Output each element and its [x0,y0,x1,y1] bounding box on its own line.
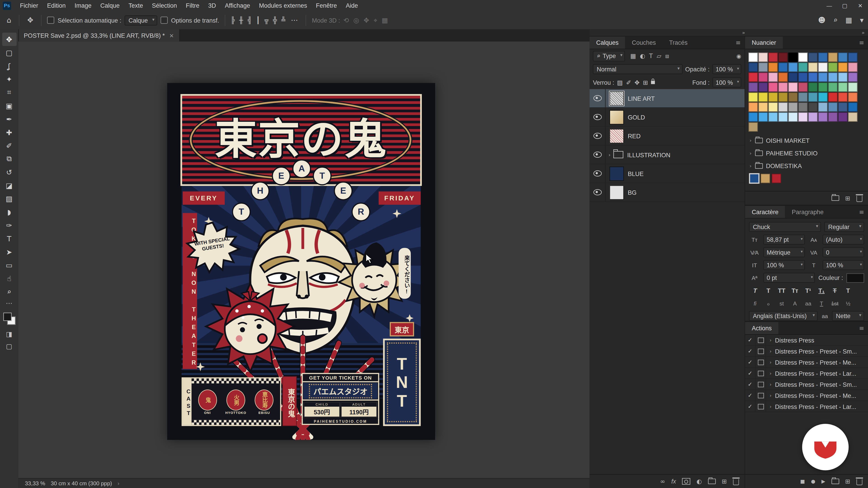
align-icon[interactable]: ┃ [256,16,260,24]
group-caret-icon[interactable]: › [606,152,613,157]
fill-value[interactable]: 100 % [712,77,741,88]
swatch[interactable] [748,72,758,82]
modal-control-icon[interactable] [756,368,766,379]
zoom-level[interactable]: 33,33 % [25,480,45,486]
search-icon[interactable]: ⌕ [833,16,838,24]
swatch[interactable] [778,72,788,82]
swatch[interactable] [758,102,768,112]
crop-tool[interactable]: ⌗ [2,86,17,99]
swatch[interactable] [818,83,828,92]
frame-tool[interactable]: ▣ [2,99,17,112]
swatch[interactable] [828,112,838,122]
panel-menu-icon[interactable]: ≡ [855,322,868,334]
swatch[interactable] [748,83,758,92]
expand-caret-icon[interactable]: › [766,370,775,376]
swatch[interactable] [749,174,759,183]
healing-brush-tool[interactable]: ✚ [2,126,17,139]
status-chevron-icon[interactable]: › [118,480,119,486]
swatch[interactable] [818,102,828,112]
type-style-button[interactable]: TT [776,286,788,295]
quick-selection-tool[interactable]: ✦ [2,72,17,86]
layer-row[interactable]: › GOLD [590,108,745,127]
swatch[interactable] [848,72,858,82]
tab-traces[interactable]: Tracés [662,37,694,49]
swatch[interactable] [768,112,778,122]
swatch[interactable] [788,63,798,72]
maximize-button[interactable]: ▢ [837,0,852,11]
swatch[interactable] [808,102,818,112]
swatch[interactable] [748,92,758,102]
filter-kind-icon[interactable]: ◐ [640,52,645,59]
delete-swatch-icon[interactable] [857,196,863,202]
leading-value[interactable]: (Auto) [823,234,864,245]
align-icon[interactable]: ╫ [239,16,243,24]
swatch[interactable] [838,92,848,102]
modal-control-icon[interactable] [756,390,766,401]
add-mask-icon[interactable] [682,478,690,485]
collapse-panels-icon[interactable]: » [742,30,745,35]
marquee-tool[interactable]: ▢ [2,46,17,59]
auto-select-dropdown[interactable]: Calque [125,15,157,25]
opentype-button[interactable]: ½ [842,298,854,308]
visibility-toggle[interactable] [590,89,606,107]
caret-right-icon[interactable]: › [749,163,752,168]
layer-name[interactable]: ILLUSTRATION [627,151,671,158]
swatch[interactable] [758,112,768,122]
swatch[interactable] [761,174,770,183]
swatch[interactable] [838,53,848,62]
pen-tool[interactable]: ✑ [2,219,17,232]
panel-menu-icon[interactable]: ≡ [855,37,868,49]
type-style-button[interactable]: T [842,286,854,295]
eyedropper-tool[interactable]: ✒ [2,112,17,126]
chevron-down-icon[interactable]: ▾ [860,16,864,24]
menu-item[interactable]: Affichage [220,2,254,9]
swatch[interactable] [808,83,818,92]
filter-kind-icon[interactable]: ▦ [630,52,636,59]
align-icon[interactable]: ╣ [248,16,252,24]
swatch[interactable] [848,92,858,102]
font-family-dropdown[interactable]: Chuck [749,222,821,232]
screen-mode-icon[interactable]: ▢ [6,343,12,350]
action-row[interactable]: ✓ › Distress Press - Preset - Sm... [745,346,868,357]
opentype-button[interactable]: aa [802,298,814,308]
stop-icon[interactable]: ■ [800,479,805,484]
swatch[interactable] [768,102,778,112]
action-check-icon[interactable]: ✓ [745,379,756,390]
share-icon[interactable]: ☻ [818,16,826,24]
swatch[interactable] [798,72,808,82]
blur-tool[interactable]: ◗ [2,205,17,219]
swatch[interactable] [838,83,848,92]
opentype-button[interactable]: A [789,298,801,308]
swatch[interactable] [778,102,788,112]
swatch[interactable] [778,83,788,92]
action-check-icon[interactable]: ✓ [745,368,756,379]
action-row[interactable]: ✓ › Distress Press - Preset - Me... [745,357,868,368]
move-tool[interactable]: ✥ [2,33,17,46]
swatch-group[interactable]: › DOMESTIKA [745,159,868,172]
swatch[interactable] [848,83,858,92]
horizontal-scale-value[interactable]: 100 % [823,260,864,270]
expand-caret-icon[interactable]: › [766,337,775,343]
adjustment-layer-icon[interactable]: ◐ [696,478,702,485]
swatch[interactable] [748,122,758,132]
swatch[interactable] [808,53,818,62]
swatch[interactable] [768,63,778,72]
swatch[interactable] [788,92,798,102]
menu-item[interactable]: Fichier [16,2,43,9]
canvas-area[interactable]: 東京の鬼 [18,41,590,479]
swatch[interactable] [828,53,838,62]
tab-actions[interactable]: Actions [745,322,778,334]
lock-option-icon[interactable]: ⊞ [643,79,648,86]
quick-mask-icon[interactable]: ◨ [6,330,12,338]
align-icon[interactable]: ╩ [281,16,285,24]
type-style-button[interactable]: T [829,286,841,295]
layer-row[interactable]: › BLUE [590,164,745,183]
layer-name[interactable]: BG [628,189,637,195]
text-color-swatch[interactable] [846,273,864,283]
panel-menu-icon[interactable]: ≡ [855,206,868,218]
history-brush-tool[interactable]: ↺ [2,165,17,179]
swatch[interactable] [788,83,798,92]
align-icon[interactable]: ╦ [265,16,269,24]
action-row[interactable]: ✓ › Distress Press - Preset - Sm... [745,379,868,390]
layer-filter-dropdown[interactable]: ⌕ Type [593,51,625,61]
